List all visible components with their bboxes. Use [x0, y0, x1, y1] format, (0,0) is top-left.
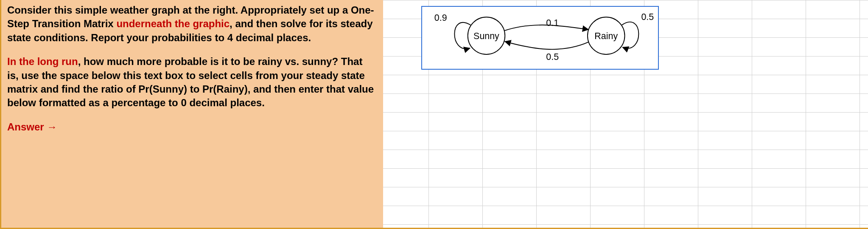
weather-graph-diagram[interactable]: Sunny Rainy 0.9 0.5 0.1 0.5 — [421, 6, 659, 70]
node-rainy-label: Rainy — [594, 31, 618, 41]
markov-diagram-svg: Sunny Rainy 0.9 0.5 0.1 0.5 — [422, 7, 658, 69]
edge-rainy-sunny — [505, 42, 589, 49]
edge-sunny-sunny-label: 0.9 — [434, 13, 447, 23]
edge-rainy-sunny-label: 0.5 — [546, 52, 559, 62]
emphasis-text: underneath the graphic — [116, 18, 230, 29]
instruction-paragraph-1: Consider this simple weather graph at th… — [7, 3, 376, 45]
page-container: Consider this simple weather graph at th… — [0, 0, 868, 229]
edge-sunny-sunny — [454, 23, 471, 49]
emphasis-text: In the long run — [7, 56, 78, 67]
instruction-paragraph-2: In the long run, how much more probable … — [7, 55, 376, 110]
node-sunny-label: Sunny — [473, 31, 499, 41]
answer-prompt: Answer → — [7, 120, 376, 134]
answer-label: Answer — [7, 121, 44, 133]
arrow-icon: → — [47, 121, 57, 133]
spreadsheet-grid[interactable]: Sunny Rainy 0.9 0.5 0.1 0.5 — [383, 0, 868, 228]
edge-rainy-rainy-label: 0.5 — [641, 12, 654, 22]
instructions-panel: Consider this simple weather graph at th… — [1, 0, 383, 228]
edge-sunny-rainy-label: 0.1 — [546, 18, 559, 28]
